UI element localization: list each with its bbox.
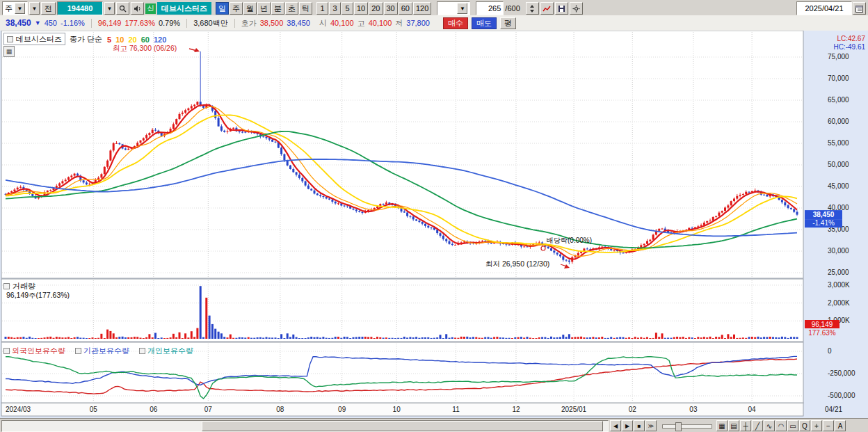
- interval-button-5[interactable]: 5: [341, 2, 353, 15]
- svg-text:06: 06: [150, 406, 158, 413]
- svg-text:0: 0: [828, 347, 832, 355]
- period-button-day[interactable]: 일: [216, 2, 229, 15]
- svg-text:09: 09: [338, 406, 346, 413]
- trendline-icon[interactable]: ╱: [752, 420, 763, 431]
- interval-button-60[interactable]: 60: [399, 2, 412, 15]
- stock-chart[interactable]: 2024/0305060708091011122025/0102030404/2…: [0, 31, 868, 418]
- horizontal-scrollbar[interactable]: [1, 420, 609, 432]
- trade-amount: 3,680백만: [193, 18, 228, 29]
- interval-button-120[interactable]: 120: [413, 2, 431, 15]
- panel-tool-icon[interactable]: ▦: [3, 46, 15, 57]
- interval-button-group: 13510203060120: [316, 2, 431, 15]
- panel-layout-icon[interactable]: ▤: [728, 420, 739, 431]
- date-input[interactable]: 2025/04/21: [796, 1, 852, 15]
- period-button-second[interactable]: 초: [285, 2, 298, 15]
- divider: [91, 19, 92, 28]
- period-button-week[interactable]: 주: [230, 2, 243, 15]
- candle-count-input[interactable]: 265: [476, 1, 504, 15]
- svg-text:12: 12: [512, 406, 520, 413]
- slider-handle[interactable]: [675, 422, 682, 431]
- divider: [234, 19, 235, 28]
- chart-style-icon[interactable]: [540, 2, 554, 15]
- prev-stock-button[interactable]: 전: [41, 2, 56, 15]
- search-icon[interactable]: [116, 2, 129, 15]
- sell-button[interactable]: 매도: [472, 17, 497, 29]
- svg-text:96,149: 96,149: [812, 321, 833, 328]
- stock-code-input[interactable]: 194480: [57, 1, 103, 15]
- buy-button[interactable]: 매수: [443, 17, 468, 29]
- interval-button-3[interactable]: 3: [329, 2, 341, 15]
- svg-text:04/21: 04/21: [825, 406, 842, 413]
- average-button[interactable]: 평: [500, 17, 516, 29]
- code-dropdown-icon[interactable]: ▼: [104, 2, 115, 15]
- svg-text:3,000K: 3,000K: [828, 281, 850, 289]
- chevron-down-icon[interactable]: ▼: [15, 3, 25, 14]
- interval-button-20[interactable]: 20: [369, 2, 383, 15]
- scroll-left-button[interactable]: ◀: [610, 420, 621, 431]
- settings-gear-icon[interactable]: [570, 2, 583, 15]
- speaker-icon[interactable]: [131, 2, 144, 15]
- chevron-down-icon[interactable]: ▼: [457, 3, 467, 14]
- price-change: 450: [45, 19, 57, 27]
- svg-text:07: 07: [204, 406, 213, 413]
- zoom-out-icon[interactable]: −: [823, 420, 834, 431]
- svg-text:65,000: 65,000: [828, 96, 849, 104]
- wave-tool-icon[interactable]: ∿: [764, 420, 775, 431]
- scroll-end-button[interactable]: ≫: [645, 420, 657, 431]
- svg-text:30,000: 30,000: [828, 247, 849, 255]
- mini-dropdown-button[interactable]: ▼: [29, 2, 40, 15]
- svg-text:-500,000: -500,000: [828, 392, 855, 399]
- high-price: 40,100: [369, 19, 392, 27]
- period-button-tick[interactable]: 틱: [299, 2, 312, 15]
- bar-width-slider[interactable]: [662, 424, 712, 429]
- rect-tool-icon[interactable]: ▭: [787, 420, 798, 431]
- svg-text:2024/03: 2024/03: [6, 406, 31, 413]
- volume-value: 96,149: [98, 19, 122, 27]
- save-icon[interactable]: [555, 2, 568, 15]
- chart-type-combo[interactable]: ▼: [437, 1, 470, 15]
- current-price: 38,450: [6, 18, 31, 28]
- chart-region: 2024/0305060708091011122025/0102030404/2…: [0, 31, 868, 418]
- zoom-icon[interactable]: Q: [799, 420, 810, 431]
- svg-text:70,000: 70,000: [828, 74, 849, 82]
- price-change-pct: -1.16%: [61, 19, 85, 27]
- svg-text:10: 10: [393, 406, 401, 413]
- zoom-in-icon[interactable]: +: [811, 420, 822, 431]
- open-price: 40,100: [330, 19, 354, 27]
- svg-text:02: 02: [629, 406, 637, 413]
- calendar-icon[interactable]: [853, 2, 866, 15]
- stock-info-bar: 38,450 ▼ 450 -1.16% 96,149 177.63% 0.79%…: [0, 15, 868, 31]
- svg-text:25,000: 25,000: [828, 269, 849, 276]
- period-button-minute[interactable]: 분: [271, 2, 284, 15]
- quote-label: 호가: [241, 18, 257, 29]
- grid-tool-icon[interactable]: ▦: [716, 420, 728, 431]
- open-label: 시: [319, 18, 327, 29]
- price-panel-legend[interactable]: 데브시스터즈: [3, 33, 65, 45]
- chart-tool-icons: ▦▤┼╱∿◠▭Q+−A: [716, 420, 846, 431]
- candle-count-max: /600: [505, 4, 520, 13]
- scrollbar-thumb[interactable]: [202, 421, 603, 431]
- stock-name: 데브시스터즈: [157, 2, 211, 15]
- period-button-group: 일주월년분초틱: [216, 2, 312, 15]
- low-price: 37,800: [406, 19, 430, 27]
- bottom-toolbar: ◀▶■≫ ▦▤┼╱∿◠▭Q+−A: [0, 418, 868, 432]
- interval-button-1[interactable]: 1: [316, 2, 328, 15]
- svg-text:50,000: 50,000: [828, 161, 849, 168]
- date-group: 2025/04/21: [796, 1, 866, 15]
- svg-text:11: 11: [452, 406, 460, 413]
- period-button-month[interactable]: 월: [243, 2, 257, 15]
- svg-text:03: 03: [689, 406, 698, 413]
- auto-scale-icon[interactable]: A: [835, 420, 846, 431]
- scroll-right-button[interactable]: ▶: [622, 420, 633, 431]
- stop-button[interactable]: ■: [634, 420, 645, 431]
- trading-chart-window: 주 ▼ ▼ 전 194480 ▼ 신 데브시스터즈 일주월년분초틱 135102…: [0, 0, 868, 432]
- sort-updown-icon[interactable]: [526, 2, 539, 15]
- interval-button-30[interactable]: 30: [384, 2, 398, 15]
- interval-button-10[interactable]: 10: [354, 2, 368, 15]
- svg-text:55,000: 55,000: [828, 139, 849, 147]
- crosshair-icon[interactable]: ┼: [740, 420, 751, 431]
- down-arrow-icon: ▼: [35, 19, 41, 26]
- chart-period-combo[interactable]: 주 ▼: [2, 1, 28, 15]
- arc-tool-icon[interactable]: ◠: [775, 420, 787, 431]
- period-button-year[interactable]: 년: [257, 2, 271, 15]
